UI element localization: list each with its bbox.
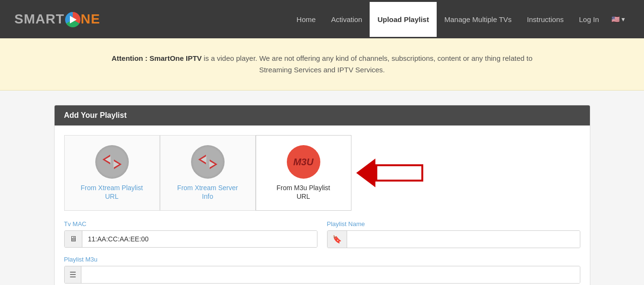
flag-icon: 🇺🇸 [611,15,620,23]
playlist-m3u-icon: ☰ [65,266,81,283]
tv-mac-input-wrap: 🖥 [64,230,317,248]
banner-text: Attention : SmartOne IPTV is a video pla… [107,53,538,76]
main-content: Add Your Playlist From Xtream Playlist U… [0,91,644,285]
nav-links: Home Activation Upload Playlist Manage M… [289,2,630,37]
language-selector[interactable]: 🇺🇸 ▾ [607,2,630,36]
tv-mac-label: Tv MAC [64,220,317,228]
tab-xtream-url-label: From Xtream Playlist URL [81,184,143,200]
playlist-name-label: Playlist Name [327,220,580,228]
playlist-m3u-group: Playlist M3u ☰ [64,256,580,284]
playlist-name-input-wrap: 🔖 [327,230,580,248]
m3u-badge: M3U [293,157,313,168]
tab-xtream-server[interactable]: From Xtream Server Info [160,135,256,211]
logo-ne: NE [81,11,101,26]
playlist-card: Add Your Playlist From Xtream Playlist U… [54,105,590,285]
playlist-m3u-input[interactable] [81,266,580,283]
m3u-tab-wrapper: M3U From M3u Playlist URL [256,135,426,211]
tab-xtream-url[interactable]: From Xtream Playlist URL [64,135,160,211]
tab-m3u-url[interactable]: M3U From M3u Playlist URL [256,135,351,211]
banner-prefix: Attention : [112,54,149,62]
pointing-arrow [356,159,423,187]
form-row-mac-name: Tv MAC 🖥 Playlist Name 🔖 [64,220,580,248]
logo-smart: SMART [14,11,65,26]
tv-mac-input[interactable] [82,231,317,247]
xtream-url-icon [95,145,129,179]
tv-mac-group: Tv MAC 🖥 [64,220,317,248]
playlist-card-body: From Xtream Playlist URL From Xtream Ser… [55,125,590,285]
nav-manage-tvs[interactable]: Manage Multiple TVs [437,2,520,37]
nav-instructions[interactable]: Instructions [520,2,572,37]
playlist-name-group: Playlist Name 🔖 [327,220,580,248]
playlist-card-header: Add Your Playlist [55,105,590,125]
logo-icon [65,12,80,27]
m3u-icon: M3U [287,145,320,179]
navbar: SMART NE Home Activation Upload Playlist… [0,0,644,38]
nav-upload-playlist[interactable]: Upload Playlist [370,2,437,37]
tab-xtream-server-label: From Xtream Server Info [177,184,238,200]
tab-m3u-url-label: From M3u Playlist URL [276,184,330,200]
nav-activation[interactable]: Activation [323,2,370,37]
playlist-m3u-label: Playlist M3u [64,256,580,263]
banner-body: is a video player. We are not offering a… [202,54,532,74]
playlist-m3u-input-wrap: ☰ [64,266,580,284]
logo: SMART NE [14,11,100,27]
nav-home[interactable]: Home [289,2,323,37]
playlist-name-input[interactable] [347,231,580,248]
form-row-m3u: Playlist M3u ☰ [64,256,580,284]
banner-brand: SmartOne IPTV [149,54,202,62]
tv-mac-icon: 🖥 [65,231,82,247]
chevron-down-icon: ▾ [621,15,625,23]
playlist-name-icon: 🔖 [328,231,347,248]
attention-banner: Attention : SmartOne IPTV is a video pla… [0,38,644,91]
nav-login[interactable]: Log In [571,2,607,37]
xtream-server-icon [191,145,225,179]
